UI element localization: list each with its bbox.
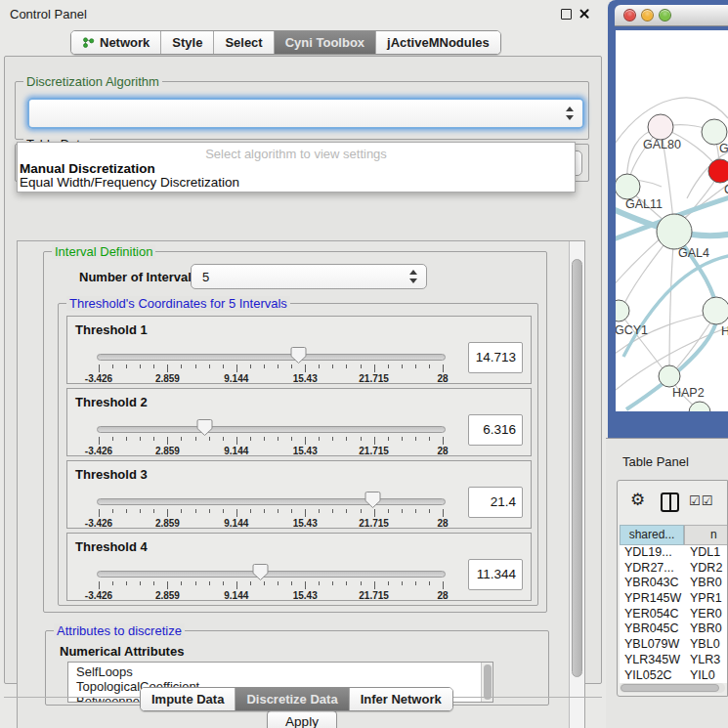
network-node[interactable] [689,402,710,411]
cell-name[interactable]: YLR3 [684,653,727,668]
cell-shared-name[interactable]: YBR043C [620,576,684,591]
tab-label: Cyni Toolbox [285,35,364,50]
algorithm-option-equal-width-frequency-discretization[interactable]: Equal Width/Frequency Discretization [20,175,239,190]
column-header-name[interactable]: n [684,525,728,545]
attributes-list-scrollbar[interactable] [481,663,492,702]
network-node-gal11[interactable] [616,174,640,199]
scale-label: 9.144 [224,590,248,601]
tick-mark [305,364,306,372]
tick-mark [99,364,100,372]
tab-impute-data[interactable]: Impute Data [141,688,235,710]
scale-label: 15.43 [293,446,318,456]
threshold-value-field[interactable]: 11.344 [468,559,523,590]
network-node-gal80[interactable] [648,114,673,140]
cell-shared-name[interactable]: YBR045C [620,621,684,637]
cell-name[interactable]: YBL0 [684,637,727,653]
table-row[interactable]: YPR145WYPR1 [620,591,727,607]
cell-name[interactable]: YIL0 [684,668,727,684]
tab-infer-network[interactable]: Infer Network [349,688,452,710]
table-row[interactable]: YIL052CYIL0 [620,668,727,684]
close-traffic-light[interactable] [623,9,636,21]
close-icon[interactable] [578,8,590,20]
float-window-icon[interactable] [561,9,572,20]
cell-name[interactable]: YBR0 [684,576,727,591]
number-of-intervals-combobox[interactable]: 5 [191,264,427,289]
apply-button[interactable]: Apply [267,710,337,728]
column-header-shared-name[interactable]: shared... [620,525,684,545]
threshold-slider-handle[interactable] [252,563,269,581]
tab-jactivemnodules[interactable]: jActiveMNodules [375,31,500,54]
algorithm-option-manual-discretization[interactable]: Manual Discretization [20,161,155,176]
algorithm-prompt: Select algorithm to view settings [18,147,575,161]
tab-select[interactable]: Select [213,31,273,54]
threshold-slider-track[interactable] [97,571,446,578]
cell-shared-name[interactable]: YIL052C [620,668,684,684]
network-node-label: GAL4 [678,246,709,260]
cell-shared-name[interactable]: YER054C [620,607,684,622]
scrollbar-thumb[interactable] [484,664,492,700]
cell-name[interactable]: YDR2 [684,561,727,577]
network-window-titlebar[interactable] [615,5,728,26]
cell-shared-name[interactable]: YLR345W [620,653,684,668]
tick-mark [361,437,362,441]
tick-mark [223,437,224,441]
settings-vertical-scrollbar[interactable] [569,241,584,728]
settings-gear-icon[interactable]: ⚙ [630,491,645,510]
tick-mark [99,509,100,517]
threshold-value-field[interactable]: 14.713 [468,342,523,373]
threshold-slider-track[interactable] [97,354,446,361]
tab-cyni-toolbox[interactable]: Cyni Toolbox [274,31,375,54]
cell-shared-name[interactable]: YBL079W [620,637,684,653]
threshold-slider-track[interactable] [97,498,446,505]
scrollbar-thumb[interactable] [621,684,719,692]
tick-mark [209,364,210,368]
threshold-slider-track[interactable] [97,426,446,433]
tick-mark [140,509,141,513]
tab-label: Style [172,35,202,50]
tab-discretize-data[interactable]: Discretize Data [235,688,348,710]
table-row[interactable]: YBR045CYBR0 [620,621,727,637]
table-row[interactable]: YLR345WYLR3 [620,653,727,668]
network-node-gal4[interactable] [657,214,692,249]
network-node-h[interactable] [703,297,728,324]
split-view-icon[interactable] [661,492,679,512]
tick-mark [332,437,333,441]
network-node-hap2[interactable] [659,365,680,387]
network-node-gcy1[interactable] [616,300,629,321]
network-canvas[interactable]: GAL80GACGAL11GAL4GCY1HHAP2 [616,30,728,411]
network-node-label: GA [719,142,728,155]
algorithm-combobox[interactable] [27,98,584,129]
table-row[interactable]: YER054CYER0 [620,607,727,622]
threshold-slider-handle[interactable] [196,418,213,437]
attribute-item-selfloops[interactable]: SelfLoops [68,663,492,679]
select-columns-icons[interactable]: ☑☑ [689,493,713,508]
table-row[interactable]: YBR043CYBR0 [620,576,727,591]
tick-mark [250,364,251,368]
table-horizontal-scrollbar[interactable] [620,683,725,693]
zoom-traffic-light[interactable] [659,9,671,21]
tick-mark [332,581,333,585]
table-row[interactable]: YBL079WYBL0 [620,637,727,653]
minimize-traffic-light[interactable] [641,9,654,21]
threshold-slider-handle[interactable] [364,491,381,509]
threshold-value-field[interactable]: 21.4 [468,487,523,518]
table-row[interactable]: YDL19...YDL1 [620,545,727,561]
cell-name[interactable]: YER0 [684,607,727,622]
control-panel-content: Discretization Algorithm Table Data galF… [4,56,602,684]
cell-shared-name[interactable]: YPR145W [620,591,684,607]
table-row[interactable]: YDR27...YDR2 [620,561,727,577]
scrollbar-thumb[interactable] [572,259,582,677]
tick-mark [319,437,320,441]
cell-name[interactable]: YPR1 [684,591,727,607]
cell-shared-name[interactable]: YDR27... [620,561,684,577]
cell-name[interactable]: YBR0 [684,621,727,637]
network-node-c[interactable] [708,159,728,183]
cell-name[interactable]: YDL1 [684,545,727,561]
threshold-value-field[interactable]: 6.316 [468,414,523,446]
threshold-slider-handle[interactable] [290,346,307,364]
tick-mark [223,364,224,368]
tick-mark [388,437,389,441]
cell-shared-name[interactable]: YDL19... [620,545,684,561]
tab-style[interactable]: Style [160,31,213,54]
tab-network[interactable]: Network [71,31,160,54]
